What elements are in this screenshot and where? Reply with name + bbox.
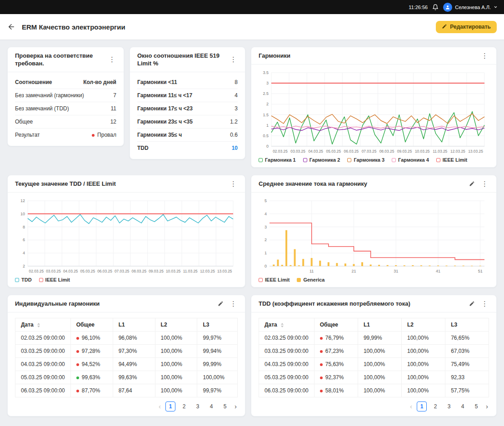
legend-item[interactable]: IEEE Limit xyxy=(259,277,289,282)
kebab-menu-icon[interactable]: ⋮ xyxy=(480,53,489,59)
dashboard-content: Проверка на соответствие требован. ⋮ Соо… xyxy=(0,40,504,424)
table-row[interactable]: 05.03.25 09:00:00 99,63% 99,63% 100,00% … xyxy=(15,371,238,384)
pagination: ‹ 1 2 3 4 5 › xyxy=(259,401,489,411)
page-button-4[interactable]: 4 xyxy=(458,401,468,411)
legend-item[interactable]: Гармоника 2 xyxy=(303,157,340,163)
table-row[interactable]: 06.03.25 09:00:00 87,70% 87,64 100,00% 9… xyxy=(15,384,238,397)
table-row[interactable]: 06.03.25 09:00:00 58,01% 100,00% 100,00%… xyxy=(259,384,489,397)
status-dot xyxy=(320,363,323,366)
page-button-1[interactable]: 1 xyxy=(165,401,175,411)
sort-icon xyxy=(281,323,284,327)
prev-page-button[interactable]: ‹ xyxy=(409,403,413,410)
svg-text:11: 11 xyxy=(309,269,314,273)
svg-text:07.03.25: 07.03.25 xyxy=(115,269,130,273)
card-title: Среднее значение тока на гармонику xyxy=(259,180,464,188)
svg-text:0: 0 xyxy=(266,144,269,149)
compliance-table: Соотношение Кол-во дней Без замечаний (г… xyxy=(15,76,116,141)
table-row[interactable]: 03.03.25 09:00:00 67,23% 100,00% 100,00%… xyxy=(259,345,489,358)
next-page-button[interactable]: › xyxy=(234,403,238,410)
page-button-5[interactable]: 5 xyxy=(471,401,481,411)
table-row[interactable]: 05.03.25 09:00:00 92,37% 100,00% 100,00%… xyxy=(259,371,489,384)
svg-text:31: 31 xyxy=(394,269,398,273)
prev-page-button[interactable]: ‹ xyxy=(158,403,162,410)
table-row[interactable]: 02.03.25 09:00:00 76,79% 99,99% 100,00% … xyxy=(259,332,489,345)
next-page-button[interactable]: › xyxy=(485,403,489,410)
svg-text:04.03.25: 04.03.25 xyxy=(63,269,78,273)
svg-text:03.03.25: 03.03.25 xyxy=(46,269,61,273)
svg-text:09.03.25: 09.03.25 xyxy=(149,269,164,273)
svg-text:2: 2 xyxy=(266,102,269,106)
table-row[interactable]: 04.03.25 09:00:00 94,52% 94,49% 100,00% … xyxy=(15,358,238,371)
legend-item[interactable]: Гармоника 3 xyxy=(347,157,384,163)
individual-harmonics-table: Дата Общее L1 L2 L3 02.03.25 09:00:00 96… xyxy=(15,318,238,397)
legend-item[interactable]: TDD xyxy=(15,277,32,282)
svg-text:1: 1 xyxy=(264,251,267,255)
svg-text:2: 2 xyxy=(264,238,267,242)
page-button-1[interactable]: 1 xyxy=(417,401,427,411)
kebab-menu-icon[interactable]: ⋮ xyxy=(480,181,489,187)
svg-text:03.03.25: 03.03.25 xyxy=(290,149,305,154)
svg-text:6: 6 xyxy=(23,238,25,242)
edit-icon[interactable] xyxy=(469,301,475,307)
edit-icon[interactable] xyxy=(218,301,224,307)
column-header-l3: L3 xyxy=(197,318,238,332)
page-header: ERM Качество электроэнергии Редактироват… xyxy=(0,14,504,40)
edit-icon[interactable] xyxy=(469,181,475,187)
table-row[interactable]: 02.03.25 09:00:00 96,10% 96,08% 100,00% … xyxy=(15,332,238,345)
page-button-3[interactable]: 3 xyxy=(444,401,454,411)
svg-text:05.03.25: 05.03.25 xyxy=(326,149,341,154)
page-button-5[interactable]: 5 xyxy=(220,401,230,411)
column-header-l3: L3 xyxy=(445,318,489,332)
legend-item[interactable]: Гармоника 4 xyxy=(392,157,429,163)
individual-harmonics-card: Индивидуальные гармоники ⋮ Дата Общее L1 xyxy=(7,295,245,416)
status-dot xyxy=(76,376,79,379)
kebab-menu-icon[interactable]: ⋮ xyxy=(480,301,489,307)
status-dot xyxy=(76,337,79,340)
kebab-menu-icon[interactable]: ⋮ xyxy=(229,301,238,307)
kebab-menu-icon[interactable]: ⋮ xyxy=(229,181,238,187)
legend-item[interactable]: IEEE Limit xyxy=(436,157,467,163)
ieee-window-table: Гармоники <11 8 Гармоники 11≤ ч <17 4 Га… xyxy=(137,76,238,154)
status-dot xyxy=(76,363,79,366)
column-header-l1: L1 xyxy=(358,318,401,332)
page-button-3[interactable]: 3 xyxy=(193,401,203,411)
legend-item[interactable]: IEEE Limit xyxy=(39,277,70,282)
status-dot xyxy=(320,390,323,392)
svg-text:4: 4 xyxy=(264,212,267,216)
svg-text:5: 5 xyxy=(264,198,267,203)
legend-item[interactable]: Гармоника 1 xyxy=(259,157,296,163)
table-row[interactable]: 04.03.25 09:00:00 75,63% 100,00% 100,00%… xyxy=(259,358,489,371)
page-button-4[interactable]: 4 xyxy=(206,401,216,411)
user-menu[interactable]: Селезнева А.Л. xyxy=(443,3,498,12)
legend-marker xyxy=(303,158,307,162)
svg-text:02.03.25: 02.03.25 xyxy=(273,149,288,154)
edit-dashboard-button[interactable]: Редактировать xyxy=(436,21,497,33)
svg-text:8: 8 xyxy=(23,225,25,229)
notifications-button[interactable] xyxy=(432,4,439,10)
ieee-window-card: Окно соотношения IEEE 519 Limit % ⋮ Гарм… xyxy=(130,47,245,159)
tdd-limit-value[interactable]: 10 xyxy=(232,145,238,151)
tdd-table: Дата Общее L1 L2 L3 02.03.25 09:00:00 76… xyxy=(259,318,489,397)
page-button-2[interactable]: 2 xyxy=(430,401,440,411)
status-dot xyxy=(320,376,323,379)
svg-text:51: 51 xyxy=(478,269,483,273)
pagination: ‹ 1 2 3 4 5 › xyxy=(15,401,238,411)
card-title: TDD (коэффициент искажения потребляемого… xyxy=(259,300,464,307)
legend-marker xyxy=(297,278,301,282)
tdd-chart: 2468101202.03.2503.03.2504.03.2505.03.25… xyxy=(15,196,238,274)
kebab-menu-icon[interactable]: ⋮ xyxy=(108,56,116,63)
column-header-l1: L1 xyxy=(113,318,155,332)
legend-item[interactable]: Generica xyxy=(297,277,324,282)
legend-marker xyxy=(39,278,43,282)
back-button[interactable] xyxy=(7,23,15,31)
harmonics-chart-card: Гармоники ⋮ 00.511.522.533.502.03.2503.0… xyxy=(251,47,497,168)
table-row[interactable]: 03.03.25 09:00:00 97,28% 97,30% 100,00% … xyxy=(15,345,238,358)
table-row: Гармоники 11≤ ч <17 4 xyxy=(137,89,238,102)
table-row: Гармоники 17≤ ч <23 3 xyxy=(137,102,238,115)
status-dot xyxy=(92,134,95,137)
column-header-date[interactable]: Дата xyxy=(15,318,71,332)
page-button-2[interactable]: 2 xyxy=(179,401,189,411)
column-header-date[interactable]: Дата xyxy=(259,318,314,332)
avg-harmonic-chart: 0123451121314151 xyxy=(259,196,489,274)
kebab-menu-icon[interactable]: ⋮ xyxy=(229,56,238,63)
